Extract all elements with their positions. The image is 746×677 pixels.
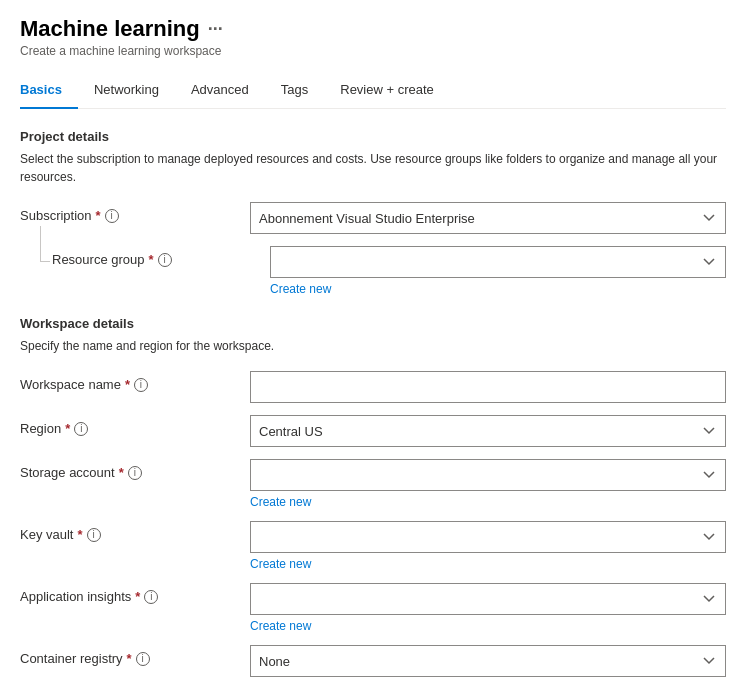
- storage-account-select[interactable]: [250, 459, 726, 491]
- page-subtitle: Create a machine learning workspace: [20, 44, 726, 58]
- resource-group-select[interactable]: [270, 246, 726, 278]
- application-insights-label: Application insights * i: [20, 583, 250, 604]
- resource-group-label: Resource group * i: [40, 246, 270, 267]
- workspace-name-info-icon[interactable]: i: [134, 378, 148, 392]
- workspace-name-row: Workspace name * i: [20, 371, 726, 403]
- workspace-details-title: Workspace details: [20, 316, 726, 331]
- application-insights-select[interactable]: [250, 583, 726, 615]
- region-control: Central US: [250, 415, 726, 447]
- tab-tags[interactable]: Tags: [281, 74, 324, 109]
- project-details-section: Project details Select the subscription …: [20, 129, 726, 296]
- ellipsis-menu[interactable]: ···: [208, 19, 223, 40]
- key-vault-row: Key vault * i Create new: [20, 521, 726, 571]
- region-select[interactable]: Central US: [250, 415, 726, 447]
- resource-group-info-icon[interactable]: i: [158, 253, 172, 267]
- container-registry-required: *: [127, 651, 132, 666]
- tab-networking[interactable]: Networking: [94, 74, 175, 109]
- workspace-name-label: Workspace name * i: [20, 371, 250, 392]
- region-label: Region * i: [20, 415, 250, 436]
- storage-account-row: Storage account * i Create new: [20, 459, 726, 509]
- application-insights-info-icon[interactable]: i: [144, 590, 158, 604]
- key-vault-control: Create new: [250, 521, 726, 571]
- container-registry-select[interactable]: None: [250, 645, 726, 677]
- region-required: *: [65, 421, 70, 436]
- container-registry-row: Container registry * i None Create new: [20, 645, 726, 677]
- workspace-name-control: [250, 371, 726, 403]
- workspace-details-desc: Specify the name and region for the work…: [20, 337, 726, 355]
- storage-account-label: Storage account * i: [20, 459, 250, 480]
- page-header: Machine learning ··· Create a machine le…: [20, 16, 726, 58]
- region-info-icon[interactable]: i: [74, 422, 88, 436]
- container-registry-info-icon[interactable]: i: [136, 652, 150, 666]
- subscription-row: Subscription * i Abonnement Visual Studi…: [20, 202, 726, 234]
- subscription-required: *: [96, 208, 101, 223]
- key-vault-select[interactable]: [250, 521, 726, 553]
- storage-account-create-new[interactable]: Create new: [250, 495, 726, 509]
- application-insights-control: Create new: [250, 583, 726, 633]
- tabs-nav: Basics Networking Advanced Tags Review +…: [20, 74, 726, 109]
- workspace-name-input[interactable]: [250, 371, 726, 403]
- key-vault-info-icon[interactable]: i: [87, 528, 101, 542]
- tab-basics[interactable]: Basics: [20, 74, 78, 109]
- region-row: Region * i Central US: [20, 415, 726, 447]
- resource-group-required: *: [149, 252, 154, 267]
- key-vault-create-new[interactable]: Create new: [250, 557, 726, 571]
- application-insights-create-new[interactable]: Create new: [250, 619, 726, 633]
- subscription-control: Abonnement Visual Studio Enterprise: [250, 202, 726, 234]
- subscription-info-icon[interactable]: i: [105, 209, 119, 223]
- project-details-desc: Select the subscription to manage deploy…: [20, 150, 726, 186]
- project-details-title: Project details: [20, 129, 726, 144]
- key-vault-required: *: [77, 527, 82, 542]
- page-title: Machine learning ···: [20, 16, 726, 42]
- container-registry-control: None Create new: [250, 645, 726, 677]
- storage-account-required: *: [119, 465, 124, 480]
- subscription-label: Subscription * i: [20, 202, 250, 223]
- resource-group-row: Resource group * i Create new: [40, 246, 726, 296]
- resource-group-create-new[interactable]: Create new: [270, 282, 726, 296]
- workspace-details-section: Workspace details Specify the name and r…: [20, 316, 726, 677]
- tab-review-create[interactable]: Review + create: [340, 74, 450, 109]
- storage-account-info-icon[interactable]: i: [128, 466, 142, 480]
- storage-account-control: Create new: [250, 459, 726, 509]
- subscription-select[interactable]: Abonnement Visual Studio Enterprise: [250, 202, 726, 234]
- workspace-name-required: *: [125, 377, 130, 392]
- tab-advanced[interactable]: Advanced: [191, 74, 265, 109]
- container-registry-label: Container registry * i: [20, 645, 250, 666]
- key-vault-label: Key vault * i: [20, 521, 250, 542]
- resource-group-control: Create new: [270, 246, 726, 296]
- application-insights-required: *: [135, 589, 140, 604]
- application-insights-row: Application insights * i Create new: [20, 583, 726, 633]
